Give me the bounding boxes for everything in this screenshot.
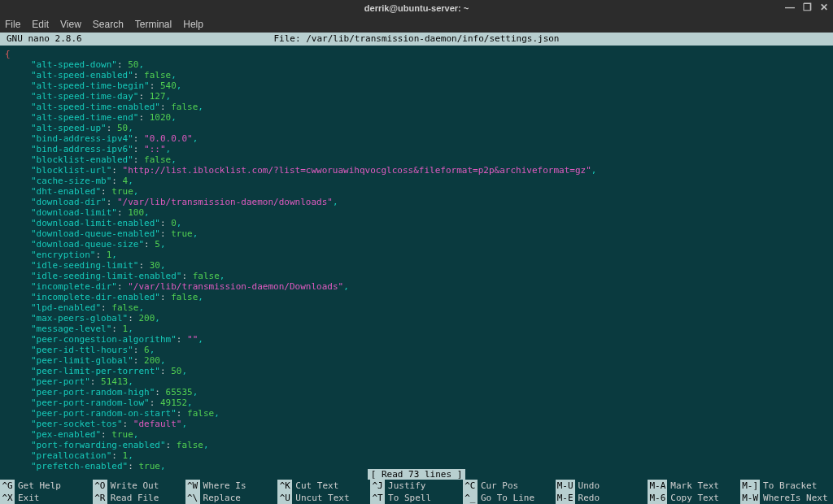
json-line: "peer-congestion-algorithm": "", [5,334,828,345]
shortcut-key: ^X [0,492,15,504]
json-line: "bind-address-ipv6": "::", [5,144,828,154]
json-line: "peer-id-ttl-hours": 6, [5,345,828,355]
shortcut-where-is[interactable]: ^WWhere Is [185,480,278,492]
json-line: "peer-port-random-high": 65535, [5,387,828,398]
json-line: "alt-speed-enabled": false, [5,70,828,80]
json-line: "alt-speed-time-end": 1020, [5,112,828,123]
json-line: "lpd-enabled": false, [5,302,828,313]
shortcut-label: WhereIs Next [763,492,827,504]
minimize-icon[interactable]: — [785,2,795,13]
shortcut-key: ^J [370,480,385,492]
menu-file[interactable]: File [5,19,20,30]
json-line: "alt-speed-time-day": 127, [5,91,828,102]
window-titlebar: derrik@ubuntu-server: ~ — ❐ ✕ [0,0,833,16]
shortcut-label: Replace [203,492,241,504]
shortcut-label: Justify [388,480,425,492]
json-line: "alt-speed-down": 50, [5,59,828,70]
shortcut-key: M-E [556,492,575,504]
shortcut-label: Copy Text [670,492,719,504]
menu-help[interactable]: Help [183,19,203,30]
json-line: "peer-port-random-low": 49152, [5,398,828,408]
shortcut-label: Read File [111,492,159,504]
shortcut-exit[interactable]: ^XExit [0,492,93,504]
menu-edit[interactable]: Edit [32,19,49,30]
json-line: "pex-enabled": true, [5,429,828,440]
status-line: [ Read 73 lines ] [0,469,833,480]
json-line: "peer-socket-tos": "default", [5,419,828,429]
shortcut-label: Mark Text [670,480,719,492]
window-title: derrik@ubuntu-server: ~ [364,3,469,13]
shortcut-cut-text[interactable]: ^KCut Text [277,480,370,492]
shortcut-copy-text[interactable]: M-6Copy Text [648,492,740,504]
json-line: "blocklist-enabled": false, [5,154,828,165]
json-line: "alt-speed-up": 50, [5,123,828,133]
window-controls: — ❐ ✕ [785,2,828,13]
json-line: "message-level": 1, [5,324,828,334]
json-line: "incomplete-dir": "/var/lib/transmission… [5,281,828,292]
json-line: "max-peers-global": 200, [5,313,828,324]
menu-terminal[interactable]: Terminal [135,19,172,30]
shortcut-replace[interactable]: ^\Replace [185,492,278,504]
json-line: "download-limit-enabled": 0, [5,218,828,228]
shortcut-key: M-A [648,480,667,492]
editor-content[interactable]: {"alt-speed-down": 50,"alt-speed-enabled… [0,46,833,475]
shortcut-write-out[interactable]: ^OWrite Out [93,480,185,492]
shortcut-redo[interactable]: M-ERedo [556,492,648,504]
close-icon[interactable]: ✕ [820,2,828,13]
shortcut-read-file[interactable]: ^RRead File [93,492,185,504]
json-line: "peer-limit-per-torrent": 50, [5,366,828,376]
shortcut-label: Write Out [111,480,159,492]
shortcut-key: ^U [277,492,292,504]
shortcut-cur-pos[interactable]: ^CCur Pos [463,480,556,492]
shortcut-key: ^_ [463,492,478,504]
shortcut-to-bracket[interactable]: M-]To Bracket [740,480,833,492]
json-brace-open: { [5,49,828,59]
shortcut-go-to-line[interactable]: ^_Go To Line [463,492,556,504]
shortcut-to-spell[interactable]: ^TTo Spell [370,492,463,504]
shortcut-get-help[interactable]: ^GGet Help [0,480,93,492]
json-line: "download-queue-enabled": true, [5,228,828,239]
menubar: File Edit View Search Terminal Help [0,16,833,33]
shortcut-label: To Spell [388,492,431,504]
json-line: "peer-limit-global": 200, [5,355,828,366]
shortcut-whereis-next[interactable]: M-WWhereIs Next [740,492,833,504]
shortcut-label: To Bracket [763,480,817,492]
shortcut-label: Redo [578,492,600,504]
json-line: "port-forwarding-enabled": false, [5,440,828,450]
shortcut-key: ^C [463,480,478,492]
json-line: "alt-speed-time-enabled": false, [5,102,828,112]
shortcut-key: M-U [556,480,575,492]
json-line: "idle-seeding-limit": 30, [5,260,828,271]
json-line: "alt-speed-time-begin": 540, [5,80,828,91]
shortcut-uncut-text[interactable]: ^UUncut Text [277,492,370,504]
shortcut-key: M-6 [648,492,667,504]
shortcut-justify[interactable]: ^JJustify [370,480,463,492]
shortcut-label: Exit [18,492,40,504]
shortcut-undo[interactable]: M-UUndo [556,480,648,492]
json-line: "idle-seeding-limit-enabled": false, [5,271,828,281]
shortcut-key: ^G [0,480,15,492]
json-line: "bind-address-ipv4": "0.0.0.0", [5,133,828,144]
shortcut-label: Undo [578,480,600,492]
shortcut-label: Go To Line [481,492,534,504]
shortcut-label: Uncut Text [295,492,349,504]
menu-search[interactable]: Search [93,19,124,30]
json-line: "blocklist-url": "http://list.iblocklist… [5,165,828,176]
shortcut-label: Cut Text [295,480,338,492]
nano-file-label: File: /var/lib/transmission-daemon/info/… [0,33,833,46]
shortcut-key: M-W [740,492,760,504]
shortcut-label: Get Help [18,480,61,492]
shortcut-key: ^\ [185,492,200,504]
nano-header: GNU nano 2.8.6 File: /var/lib/transmissi… [0,33,833,46]
json-line: "preallocation": 1, [5,450,828,461]
json-line: "peer-port": 51413, [5,376,828,387]
shortcut-key: ^R [93,492,107,504]
json-line: "download-queue-size": 5, [5,239,828,250]
maximize-icon[interactable]: ❐ [803,2,812,13]
json-line: "dht-enabled": true, [5,186,828,197]
shortcut-key: ^K [277,480,292,492]
menu-view[interactable]: View [60,19,81,30]
json-line: "download-dir": "/var/lib/transmission-d… [5,197,828,207]
shortcut-key: ^T [370,492,385,504]
shortcut-mark-text[interactable]: M-AMark Text [648,480,740,492]
